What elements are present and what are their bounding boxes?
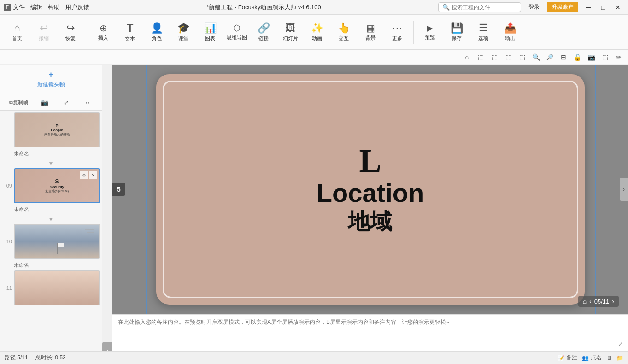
login-button[interactable]: 登录 [525,2,543,12]
list-item: P People 来自身边人的评论 [2,112,100,147]
sub-group-btn[interactable]: ⬚ [516,52,528,63]
sub-copy-btn[interactable]: ⬚ [475,52,486,63]
toolbar-redo-label: 恢复 [65,35,76,42]
toolbar-undo[interactable]: ↩ 撤销 [31,18,56,47]
minimize-button[interactable]: ─ [582,3,595,12]
slide-thumbnail-10[interactable] [14,224,100,259]
toolbar-interact[interactable]: 👆 交互 [331,18,356,47]
slide-letter: L [317,144,424,177]
toolbar-undo-label: 撤销 [39,35,49,42]
toolbar-mindmap-label: 思维导图 [227,34,247,41]
save-icon: 💾 [451,22,463,34]
screenshot-frame-btn[interactable]: 📷 [38,96,52,108]
toolbar-save[interactable]: 💾 保存 [444,18,469,47]
slide-thumbnail-active[interactable]: S Security 安全感(Spiritual) ⚙ ✕ [14,168,100,203]
slide-location-zh: 地域 [317,208,424,235]
status-roll-call-btn[interactable]: 👥 点名 [582,354,602,362]
toolbar-link[interactable]: 🔗 链接 [251,18,276,47]
zoom-out-btn[interactable]: 🔎 [544,52,555,63]
progress-indicator: ⌂ ‹ 05/11 › [578,296,619,307]
toolbar-text-label: 文本 [125,35,135,42]
toolbar-sep-2 [413,21,414,44]
toolbar-export-label: 输出 [505,35,515,42]
close-button[interactable]: ✕ [611,3,624,12]
window-controls: ─ □ ✕ [582,3,624,12]
sub-home-btn[interactable]: ⌂ [461,52,472,63]
link-icon: 🔗 [258,22,270,34]
notes-label: 备注 [566,354,577,362]
new-frame-button[interactable]: + 新建镜头帧 [0,65,102,94]
progress-next-btn[interactable]: › [612,298,614,305]
toolbar-text[interactable]: T 文本 [117,18,142,47]
undo-icon: ↩ [40,22,48,34]
canvas-collapse-left[interactable]: ‹ [102,342,112,351]
search-input[interactable] [452,4,517,11]
chart-icon: 📊 [204,22,217,34]
slide-thumbnail[interactable]: P People 来自身边人的评论 [14,112,100,147]
copy-frame-btn[interactable]: ⧉ 复制帧 [7,96,30,108]
slide-thumbnail-11[interactable] [14,270,100,305]
status-duration: 总时长: 0:53 [35,354,66,362]
toolbar-class[interactable]: 🎓 课堂 [171,18,196,47]
preview-icon: ▶ [427,23,433,33]
sub-cut-btn[interactable]: ⬚ [503,52,514,63]
upgrade-button[interactable]: 升级账户 [547,2,578,12]
role-icon: 👤 [151,22,163,34]
toolbar-export[interactable]: 📤 输出 [498,18,522,47]
toolbar-animate[interactable]: ✨ 动画 [305,18,329,47]
menu-file[interactable]: 文件 [13,3,25,12]
zoom-in-btn[interactable]: 🔍 [530,52,541,63]
frame-btn[interactable]: ⬚ [599,52,610,63]
slide-delete-btn[interactable]: ✕ [89,171,97,179]
toolbar-redo[interactable]: ↪ 恢复 [58,18,83,47]
toolbar-more[interactable]: ⋯ 更多 [385,18,410,47]
slide-canvas[interactable]: L Location 地域 [156,74,585,305]
menu-help[interactable]: 帮助 [48,3,60,12]
fit-btn[interactable]: ⊟ [558,52,569,63]
main-area: + 新建镜头帧 ⧉ 复制帧 📷 ⤢ ↔ P People [0,65,628,351]
toolbar-role[interactable]: 👤 角色 [144,18,169,47]
status-btn-4[interactable]: 📁 [616,355,623,361]
progress-prev-btn[interactable]: ‹ [589,298,592,305]
toolbar-chart[interactable]: 📊 图表 [198,18,223,47]
toolbar: ⌂ 首页 ↩ 撤销 ↪ 恢复 ⊕ 插入 T 文本 👤 角色 🎓 课堂 📊 图表 … [0,15,628,50]
toolbar-preview[interactable]: ▶ 预览 [417,18,442,47]
toolbar-insert[interactable]: ⊕ 插入 [91,18,116,47]
right-panel-toggle[interactable]: › [620,178,628,201]
slide-sub-people: 来自身边人的评论 [44,132,70,137]
toolbar-background[interactable]: ▦ 背景 [358,18,383,47]
menu-edit[interactable]: 编辑 [30,3,42,12]
titlebar-menu: 文件 编辑 帮助 用户反馈 [13,3,89,12]
slide-thumb-controls: ⚙ ✕ [80,171,97,179]
list-item: 10 [2,224,100,259]
toolbar-options-label: 选项 [478,35,488,42]
interact-icon: 👆 [338,22,350,34]
edit-btn[interactable]: ✏ [613,52,624,63]
toolbar-home-label: 首页 [12,35,22,42]
toolbar-options[interactable]: ☰ 选项 [471,18,496,47]
toolbar-slideshow[interactable]: 🖼 幻灯片 [278,18,303,47]
lock-btn[interactable]: 🔒 [572,52,583,63]
text-icon: T [127,22,134,35]
sub-paste-btn[interactable]: ⬚ [489,52,500,63]
slide-list: P People 来自身边人的评论 未命名 ▼ 09 [0,111,102,351]
status-notes-btn[interactable]: 📝 备注 [558,354,577,362]
progress-home-btn[interactable]: ⌂ [583,298,587,305]
notes-expand-btn[interactable]: ⤢ [618,340,623,347]
rollcall-label: 点名 [591,354,602,362]
notes-input[interactable] [112,315,628,351]
toolbar-mindmap[interactable]: ⬡ 思维导图 [224,18,249,47]
maximize-button[interactable]: □ [597,3,610,12]
mindmap-icon: ⬡ [233,23,241,33]
slide-number-10: 10 [2,239,12,244]
menu-feedback[interactable]: 用户反馈 [65,3,89,12]
swap-frame-btn[interactable]: ↔ [81,96,94,108]
expand-frame-btn[interactable]: ⤢ [59,96,73,108]
slide-title-security: Security [45,185,69,189]
screenshot-btn[interactable]: 📷 [586,52,597,63]
status-btn-3[interactable]: 🖥 [606,355,612,361]
slide-label-people: 未命名 [2,150,100,157]
search-box[interactable]: 🔍 [438,2,521,12]
toolbar-home[interactable]: ⌂ 首页 [5,18,29,47]
slide-settings-btn[interactable]: ⚙ [80,171,88,179]
